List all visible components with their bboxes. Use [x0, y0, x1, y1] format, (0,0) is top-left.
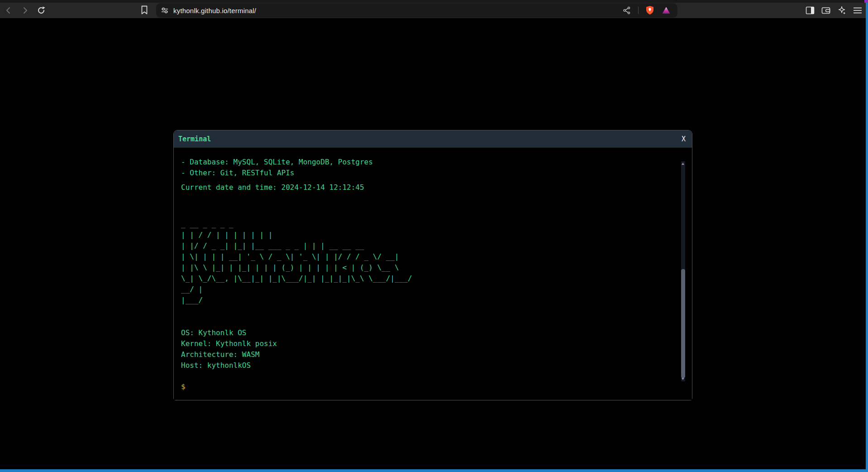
terminal-prompt[interactable]: $ — [181, 381, 674, 392]
terminal-line-other: - Other: Git, RESTful APIs — [181, 168, 674, 178]
terminal-title: Terminal — [178, 135, 211, 143]
url-bar[interactable]: kythonlk.github.io/terminal/ — [156, 3, 677, 18]
forward-button[interactable] — [20, 5, 30, 15]
ascii-art-row: | | / / | | | | | | | — [181, 230, 674, 241]
terminal-output[interactable]: - Database: MySQL, SQLite, MongoDB, Post… — [174, 148, 692, 400]
ascii-art-row: | |/ / _ _| |_| |__ ___ _ _ | | | __ __ … — [181, 241, 674, 251]
chevron-right-icon — [20, 6, 29, 15]
ascii-art-row: \_| \_/\__, |\__|_| |_|\___/|_| |_|_|_|\… — [181, 273, 674, 284]
pill-divider — [638, 7, 639, 14]
browser-toolbar: kythonlk.github.io/terminal/ — [0, 3, 868, 18]
terminal-titlebar[interactable]: Terminal X — [174, 130, 692, 148]
sparkle-icon — [837, 6, 846, 15]
menu-button[interactable] — [853, 5, 863, 15]
share-icon — [623, 6, 631, 14]
web-page: Terminal X - Database: MySQL, SQLite, Mo… — [0, 18, 868, 472]
site-controls-icon[interactable] — [161, 6, 169, 14]
terminal-line-os: OS: Kythonlk OS — [181, 328, 674, 338]
terminal-line-kernel: Kernel: Kythonlk posix — [181, 338, 674, 349]
bookmark-button[interactable] — [139, 5, 149, 15]
screen: kythonlk.github.io/terminal/ — [0, 0, 868, 472]
share-button[interactable] — [622, 5, 632, 15]
bat-triangle-icon — [662, 6, 671, 14]
wallet-button[interactable] — [821, 5, 831, 15]
brave-shield-button[interactable] — [645, 5, 655, 15]
terminal-line-architecture: Architecture: WASM — [181, 349, 674, 360]
close-button[interactable]: X — [682, 130, 686, 148]
bookmark-icon — [140, 5, 148, 15]
brave-shield-icon — [645, 5, 654, 15]
terminal-scrollbar[interactable] — [681, 161, 685, 381]
ascii-art-row: | \| | | | __| '_ \ / _ \| '_ \| | |/ / … — [181, 251, 674, 262]
reload-button[interactable] — [36, 5, 46, 15]
sidebar-panel-icon — [806, 6, 815, 14]
ascii-art-row: |___/ — [181, 295, 674, 306]
ascii-art-row: __/ | — [181, 284, 674, 295]
brave-rewards-button[interactable] — [661, 5, 671, 15]
corner-edge-strip — [864, 0, 868, 3]
terminal-line-datetime: Current date and time: 2024-12-14 12:12:… — [181, 182, 674, 193]
scrollbar-arrow-up-icon[interactable] — [682, 163, 684, 165]
terminal-window: Terminal X - Database: MySQL, SQLite, Mo… — [173, 130, 692, 400]
url-text[interactable]: kythonlk.github.io/terminal/ — [173, 7, 256, 14]
terminal-line-database: - Database: MySQL, SQLite, MongoDB, Post… — [181, 157, 674, 168]
scrollbar-thumb[interactable] — [681, 269, 685, 378]
sidebar-button[interactable] — [805, 5, 815, 15]
chevron-left-icon — [4, 6, 13, 15]
scrollbar-arrow-down-icon[interactable] — [682, 378, 684, 380]
ascii-art-row: _ __ _ _ _ _ — [181, 219, 674, 230]
back-button[interactable] — [4, 5, 14, 15]
terminal-line-host: Host: kythonlkOS — [181, 360, 674, 371]
ascii-art-logo: _ __ _ _ _ _ | | / / | | | | | | | | |/ … — [181, 219, 674, 306]
right-edge-strip — [866, 3, 868, 472]
reload-icon — [37, 6, 46, 15]
wallet-icon — [821, 6, 830, 14]
hamburger-icon — [853, 7, 862, 14]
bottom-edge-strip — [0, 469, 868, 472]
ascii-art-row: | |\ \ |_| | |_| | | | (_) | | | | | < |… — [181, 262, 674, 273]
leo-ai-button[interactable] — [837, 5, 847, 15]
